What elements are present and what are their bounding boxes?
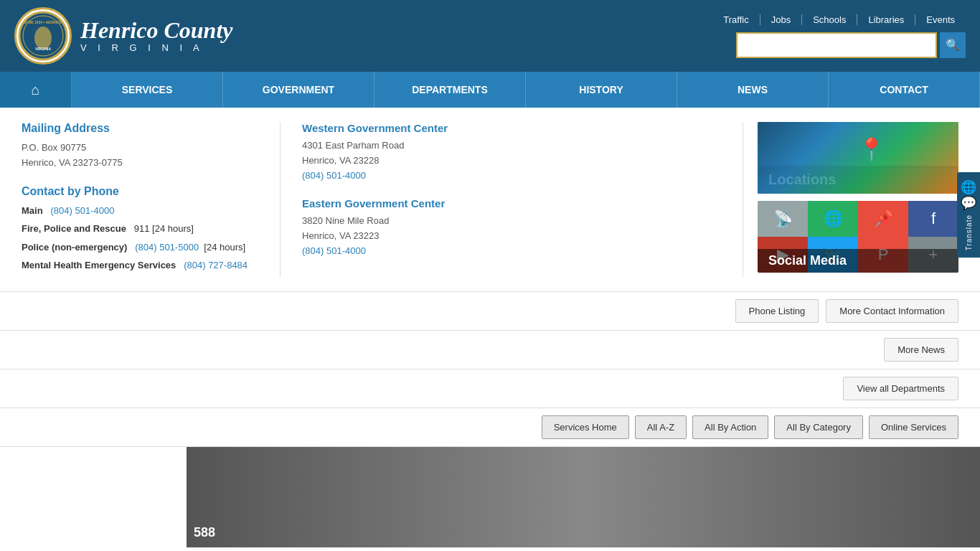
events-link[interactable]: Events [915, 14, 966, 25]
eastern-center-block: Eastern Government Center 3820 Nine Mile… [302, 197, 721, 258]
logo-area: JUNE 1634 • HENRICO VIRGINIA Henrico Cou… [14, 7, 232, 65]
phone-police-note: [24 hours] [204, 242, 245, 253]
phone-main-number[interactable]: (804) 501-4000 [50, 205, 114, 216]
eastern-phone[interactable]: (804) 501-4000 [302, 245, 366, 256]
western-addr2: Henrico, VA 23228 [302, 155, 379, 166]
services-bar: View all Departments [0, 369, 980, 408]
nav-contact[interactable]: CONTACT [829, 72, 980, 108]
top-links: Traffic Jobs Schools Libraries Events [712, 14, 966, 25]
western-center-block: Western Government Center 4301 East Parh… [302, 122, 721, 183]
locations-widget[interactable]: 📍 Locations [758, 122, 958, 194]
svg-text:JUNE 1634 • HENRICO: JUNE 1634 • HENRICO [24, 20, 62, 24]
more-news-button[interactable]: More News [884, 338, 958, 362]
image-number: 588 [194, 525, 215, 540]
mailing-line1: P.O. Box 90775 [22, 142, 86, 153]
svg-text:VIRGINIA: VIRGINIA [35, 47, 52, 51]
services-buttons-bar: Services Home All A-Z All By Action All … [0, 408, 980, 447]
site-header: JUNE 1634 • HENRICO VIRGINIA Henrico Cou… [0, 0, 980, 72]
news-bar: More News [0, 331, 980, 369]
header-right: Traffic Jobs Schools Libraries Events 🔍 [712, 14, 966, 58]
mailing-address-block: Mailing Address P.O. Box 90775 Henrico, … [22, 122, 265, 171]
libraries-link[interactable]: Libraries [857, 14, 915, 25]
image-strip: 588 [187, 447, 980, 547]
web-icon: 🌐 [808, 201, 858, 237]
main-nav: ⌂ SERVICES GOVERNMENT DEPARTMENTS HISTOR… [0, 72, 980, 108]
search-button[interactable]: 🔍 [940, 32, 966, 58]
schools-link[interactable]: Schools [802, 14, 857, 25]
social-media-widget[interactable]: 📡 🌐 📌 f ▶ 🐦 P + Social Media [758, 201, 958, 273]
all-by-action-button[interactable]: All By Action [692, 415, 768, 439]
all-by-category-button[interactable]: All By Category [774, 415, 863, 439]
eastern-center-title[interactable]: Eastern Government Center [302, 197, 721, 209]
phone-mh-number[interactable]: (804) 727-8484 [184, 260, 248, 270]
all-az-button[interactable]: All A-Z [635, 415, 687, 439]
contact-phone-title: Contact by Phone [22, 185, 265, 198]
contact-actions-bar: Phone Listing More Contact Information [0, 292, 980, 331]
jobs-link[interactable]: Jobs [760, 14, 802, 25]
western-center-address: 4301 East Parham Road Henrico, VA 23228 … [302, 138, 721, 183]
translate-icon: 🌐💬 [961, 179, 976, 211]
online-services-button[interactable]: Online Services [869, 415, 958, 439]
nav-departments[interactable]: DEPARTMENTS [374, 72, 526, 108]
translate-label: Translate [965, 215, 973, 250]
logo-text-area: Henrico County V I R G I N I A [80, 18, 232, 53]
county-name: Henrico County V I R G I N I A [80, 18, 232, 53]
search-bar: 🔍 [736, 32, 966, 58]
contact-right-panel: 📍 Locations 📡 🌐 📌 f ▶ 🐦 P + Social Media [758, 122, 958, 277]
search-input[interactable] [736, 32, 937, 58]
nav-services[interactable]: SERVICES [72, 72, 223, 108]
view-all-departments-button[interactable]: View all Departments [843, 377, 958, 400]
mailing-line2: Henrico, VA 23273-0775 [22, 157, 123, 168]
contact-center-panel: Western Government Center 4301 East Parh… [280, 122, 743, 277]
nav-history[interactable]: HISTORY [526, 72, 677, 108]
phone-fire-note: 911 [24 hours] [134, 223, 194, 234]
eastern-center-address: 3820 Nine Mile Road Henrico, VA 23223 (8… [302, 214, 721, 258]
eastern-addr2: Henrico, VA 23223 [302, 230, 379, 241]
social-widget-label: Social Media [758, 249, 958, 273]
nav-home[interactable]: ⌂ [0, 72, 72, 108]
phone-police-label: Police (non-emergency) [22, 242, 127, 253]
phone-mental-health: Mental Health Emergency Services (804) 7… [22, 258, 265, 273]
more-contact-button[interactable]: More Contact Information [826, 299, 958, 323]
main-content: Mailing Address P.O. Box 90775 Henrico, … [0, 108, 980, 551]
phone-police: Police (non-emergency) (804) 501-5000 [2… [22, 240, 265, 255]
state-name: V I R G I N I A [80, 43, 232, 53]
rss-icon: 📡 [758, 201, 808, 237]
traffic-link[interactable]: Traffic [712, 14, 760, 25]
image-placeholder [187, 447, 980, 547]
phone-fire: Fire, Police and Rescue 911 [24 hours] [22, 222, 265, 236]
contact-left-panel: Mailing Address P.O. Box 90775 Henrico, … [22, 122, 265, 277]
map-pin-icon: 📍 [858, 136, 885, 161]
phone-police-number[interactable]: (804) 501-5000 [135, 242, 199, 253]
nav-news[interactable]: NEWS [677, 72, 829, 108]
mailing-address-title: Mailing Address [22, 122, 265, 135]
county-seal: JUNE 1634 • HENRICO VIRGINIA [14, 7, 72, 65]
contact-section: Mailing Address P.O. Box 90775 Henrico, … [0, 108, 980, 292]
foursquare-icon: 📌 [858, 201, 908, 237]
translate-widget[interactable]: 🌐💬 Translate [957, 172, 980, 258]
contact-phone-block: Contact by Phone Main (804) 501-4000 Fir… [22, 185, 265, 273]
western-addr1: 4301 East Parham Road [302, 140, 404, 151]
nav-government[interactable]: GOVERNMENT [223, 72, 374, 108]
western-center-title[interactable]: Western Government Center [302, 122, 721, 134]
phone-main-label: Main [22, 205, 43, 216]
facebook-icon: f [908, 201, 958, 237]
mailing-address-text: P.O. Box 90775 Henrico, VA 23273-0775 [22, 141, 265, 171]
phone-listing-button[interactable]: Phone Listing [735, 299, 819, 323]
western-phone[interactable]: (804) 501-4000 [302, 170, 366, 181]
phone-main: Main (804) 501-4000 [22, 204, 265, 218]
services-home-button[interactable]: Services Home [542, 415, 629, 439]
phone-fire-label: Fire, Police and Rescue [22, 223, 126, 234]
phone-mh-label: Mental Health Emergency Services [22, 260, 176, 270]
eastern-addr1: 3820 Nine Mile Road [302, 215, 389, 226]
